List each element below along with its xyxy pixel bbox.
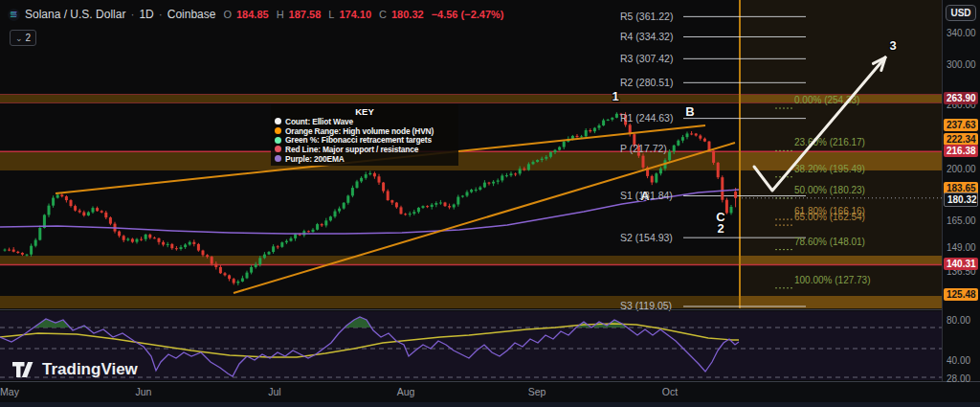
candle	[321, 224, 323, 225]
price-tick: 340.00	[947, 28, 976, 38]
indicator-count: 2	[26, 33, 32, 43]
candle	[387, 191, 390, 200]
candle	[131, 238, 134, 241]
elliott-wave-label: 2	[717, 221, 724, 236]
candle	[576, 136, 579, 137]
high-value: 187.58	[289, 9, 322, 20]
candle	[118, 232, 121, 237]
candle	[721, 177, 724, 200]
tradingview-chart-window: 1BAC23R5 (361.22)R4 (334.32)R3 (307.42)R…	[0, 0, 980, 407]
month-label: Sep	[528, 386, 546, 397]
candle	[16, 252, 19, 253]
candle	[241, 278, 244, 281]
candle	[690, 133, 693, 134]
candle	[228, 275, 231, 279]
interval-label[interactable]: 1D	[139, 8, 153, 21]
candle	[104, 213, 107, 217]
month-label: Aug	[397, 386, 415, 397]
price-tick: 200.00	[947, 164, 976, 174]
candle	[214, 264, 217, 267]
candle	[60, 195, 63, 197]
fib-label: 38.20% (195.49)	[794, 164, 865, 174]
candle	[82, 213, 85, 215]
candle	[268, 252, 271, 255]
candle	[65, 196, 68, 200]
candle	[439, 202, 442, 203]
candle	[725, 200, 728, 214]
candle	[78, 211, 81, 213]
candle	[87, 213, 90, 215]
candle	[615, 114, 618, 118]
pivot-label: S1 (181.84)	[620, 190, 673, 201]
price-tick: 28.00	[947, 373, 970, 384]
candle	[655, 173, 657, 182]
fib-label: 100.00% (127.73)	[794, 275, 871, 285]
candle	[717, 163, 720, 177]
legend-key: KEY Count: Elliot WaveOrange Range: High…	[271, 104, 458, 166]
pivot-label: R2 (280.51)	[620, 77, 673, 88]
legend-dot-icon	[275, 118, 281, 124]
candle	[263, 255, 266, 259]
watermark-text: TradingView	[42, 360, 138, 379]
pane-separator[interactable]	[0, 309, 980, 310]
legend-dot-icon	[275, 137, 281, 144]
candle	[21, 253, 24, 255]
candle	[202, 251, 205, 256]
candle	[382, 183, 385, 192]
main-chart-canvas[interactable]: 1BAC23R5 (361.22)R4 (334.32)R3 (307.42)R…	[0, 0, 943, 402]
candle	[158, 238, 161, 242]
candle	[192, 242, 195, 244]
candle	[184, 244, 187, 247]
fib-label: 65.00% (162.54)	[794, 212, 865, 222]
candle	[448, 206, 451, 207]
open-label: O	[223, 9, 232, 20]
close-label: C	[379, 9, 387, 20]
legend-item-label: Orange Range: High volume node (HVN)	[285, 126, 434, 136]
candle	[307, 231, 310, 232]
candle	[356, 181, 359, 188]
candle	[316, 224, 319, 230]
price-tick: 149.00	[947, 242, 976, 253]
tradingview-watermark[interactable]: TradingView	[12, 360, 138, 379]
price-axis[interactable]: USD 340.00300.00260.00200.00165.00149.00…	[942, 0, 980, 381]
candle	[541, 159, 544, 160]
candle	[532, 162, 535, 164]
candle	[324, 220, 327, 225]
price-badge: 216.38	[944, 145, 978, 157]
candle	[659, 169, 662, 173]
pivot-label: R4 (334.32)	[620, 31, 673, 42]
candle	[598, 125, 601, 128]
time-axis[interactable]: MayJunJulAugSepOct	[0, 381, 980, 403]
candle	[4, 250, 7, 251]
legend-item: Purple: 200EMA	[275, 154, 455, 164]
candle	[492, 182, 495, 184]
candle	[360, 178, 363, 182]
symbol-title[interactable]: Solana / U.S. Dollar	[25, 8, 125, 21]
candle	[26, 255, 29, 256]
candle	[197, 244, 200, 251]
legend-item-label: Red Line: Major support / resistance	[285, 145, 418, 154]
candle	[404, 214, 407, 215]
close-value: 180.32	[391, 9, 424, 20]
fib-label: 23.60% (216.17)	[794, 137, 865, 147]
candle	[126, 238, 129, 239]
price-badge: 125.48	[944, 288, 978, 301]
pivot-label: R1 (244.63)	[620, 112, 673, 124]
candle	[431, 205, 434, 207]
indicators-collapsed-button[interactable]: ⌄ 2	[10, 30, 36, 46]
candle	[140, 239, 143, 240]
currency-toggle-button[interactable]: USD	[946, 5, 976, 21]
candle	[224, 273, 227, 275]
candle	[457, 197, 459, 205]
candle	[730, 207, 733, 213]
candle	[611, 118, 613, 120]
exchange-label[interactable]: Coinbase	[167, 8, 216, 21]
month-label: Jul	[268, 386, 280, 397]
candle	[34, 240, 37, 246]
separator-dot: ·	[159, 8, 163, 21]
bottom-edge	[0, 402, 980, 407]
candle	[290, 238, 293, 241]
candle	[453, 204, 456, 207]
candle	[461, 195, 464, 196]
candle	[219, 267, 222, 273]
